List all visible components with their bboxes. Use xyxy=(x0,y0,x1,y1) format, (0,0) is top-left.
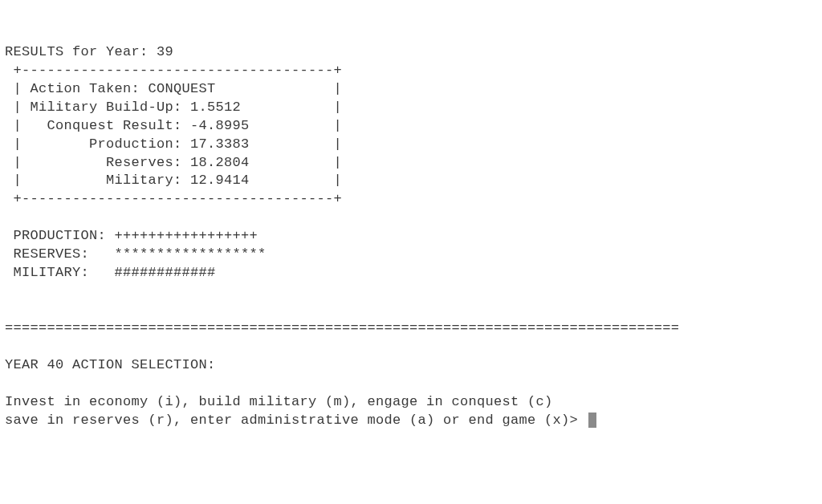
bar-production-label: PRODUCTION: xyxy=(5,228,115,243)
results-year: 39 xyxy=(157,44,173,59)
bar-military-value: ############ xyxy=(115,265,216,280)
bar-reserves-label: RESERVES: xyxy=(5,246,115,262)
action-selection-prefix: YEAR xyxy=(5,357,47,372)
bar-military-label: MILITARY: xyxy=(5,265,115,280)
results-row-military-buildup: | Military Build-Up: 1.5512 | xyxy=(5,100,342,115)
bar-reserves-value: ****************** xyxy=(115,246,267,262)
results-row-reserves: | Reserves: 18.2804 | xyxy=(5,155,342,170)
results-row-conquest-result: | Conquest Result: -4.8995 | xyxy=(5,118,342,133)
results-row-action-taken: | Action Taken: CONQUEST | xyxy=(5,81,342,96)
results-header-prefix: RESULTS for Year: xyxy=(5,44,157,59)
prompt-cursor[interactable] xyxy=(588,413,596,428)
action-selection-suffix: ACTION SELECTION: xyxy=(64,357,216,372)
action-options-line1: Invest in economy (i), build military (m… xyxy=(5,394,553,409)
action-options-line2: save in reserves (r), enter administrati… xyxy=(5,413,587,428)
results-box-bottom: +-------------------------------------+ xyxy=(5,191,342,206)
results-row-production: | Production: 17.3383 | xyxy=(5,136,342,152)
results-row-military: | Military: 12.9414 | xyxy=(5,173,342,188)
results-box-top: +-------------------------------------+ xyxy=(5,63,342,78)
bar-production-value: +++++++++++++++++ xyxy=(115,228,258,243)
action-selection-year: 40 xyxy=(47,357,64,372)
section-divider: ========================================… xyxy=(5,320,679,335)
